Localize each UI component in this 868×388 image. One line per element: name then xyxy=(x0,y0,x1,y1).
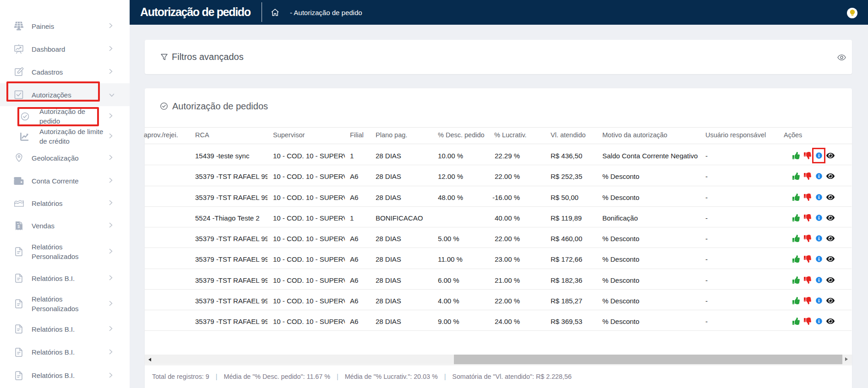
svg-text:$: $ xyxy=(17,224,20,228)
